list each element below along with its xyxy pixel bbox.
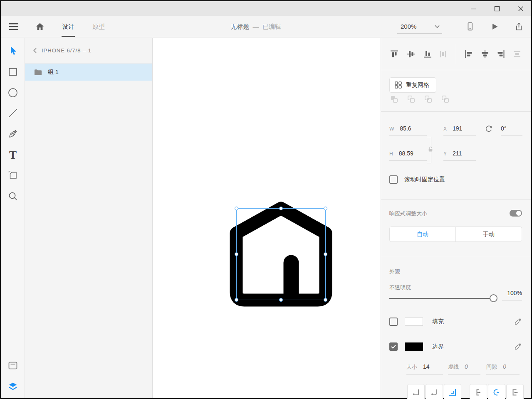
selection-handle-bottom-right[interactable]	[324, 298, 327, 302]
rotation-button[interactable]	[483, 123, 495, 135]
selection-handle-top-center[interactable]	[279, 207, 283, 210]
document-title-text: 无标题	[230, 23, 249, 31]
align-left-button[interactable]	[463, 48, 475, 60]
zoom-level-dropdown[interactable]: 200%	[397, 20, 442, 34]
border-color-swatch[interactable]	[405, 342, 423, 351]
tool-text[interactable]: T	[7, 149, 19, 161]
responsive-auto-button[interactable]: 自动	[390, 227, 456, 241]
selection-bounding-box	[236, 208, 326, 300]
fill-checkbox[interactable]	[389, 318, 398, 326]
selection-handle-bottom-left[interactable]	[235, 298, 238, 302]
folder-icon	[34, 69, 42, 76]
maximize-button[interactable]	[488, 1, 506, 16]
border-eyedropper-icon[interactable]	[514, 342, 522, 351]
tool-pen[interactable]	[7, 128, 19, 140]
align-vertical-center-button[interactable]	[405, 48, 417, 60]
border-cap-round-button[interactable]	[488, 384, 505, 399]
responsive-resize-toggle[interactable]	[510, 210, 522, 217]
tool-select[interactable]	[7, 45, 19, 57]
boolean-add-icon[interactable]	[390, 95, 398, 103]
layers-icon	[8, 382, 18, 392]
border-dash-field[interactable]: 虚线 0	[448, 363, 480, 375]
ellipse-icon	[8, 88, 18, 98]
breadcrumb-label: IPHONE 6/7/8 – 1	[42, 47, 92, 54]
share-button[interactable]	[512, 16, 525, 37]
width-label: W	[389, 126, 394, 132]
height-label: H	[389, 151, 393, 157]
tab-prototype[interactable]: 原型	[89, 16, 108, 37]
fill-row: 填充	[389, 317, 522, 327]
cap-round-icon	[492, 387, 502, 397]
layers-breadcrumb[interactable]: IPHONE 6/7/8 – 1	[25, 38, 152, 64]
align-right-button[interactable]	[495, 48, 507, 60]
opacity-slider-knob[interactable]	[490, 294, 497, 302]
distribute-vertical-icon	[512, 49, 522, 59]
selection-handle-bottom-center[interactable]	[279, 298, 283, 302]
rotation-field[interactable]: 0°	[501, 125, 522, 136]
fill-eyedropper-icon[interactable]	[514, 318, 522, 326]
lock-ratio-icon[interactable]	[428, 146, 433, 154]
border-gap-label: 间隙	[486, 363, 497, 371]
hamburger-icon	[9, 23, 19, 30]
layer-item-group1[interactable]: 组 1	[25, 64, 152, 81]
minimize-button[interactable]	[464, 1, 483, 16]
distribute-horizontal-icon	[438, 49, 448, 59]
tool-artboard[interactable]	[7, 169, 19, 181]
toggle-knob	[516, 211, 521, 216]
responsive-manual-button[interactable]: 手动	[456, 227, 522, 241]
boolean-subtract-icon[interactable]	[407, 95, 415, 103]
border-cap-projecting-button[interactable]	[506, 384, 524, 399]
border-checkbox[interactable]	[389, 342, 398, 351]
border-size-value: 14	[423, 363, 430, 370]
close-icon	[518, 6, 524, 12]
align-top-button[interactable]	[388, 48, 401, 60]
device-preview-button[interactable]	[463, 16, 477, 37]
boolean-exclude-icon[interactable]	[441, 95, 449, 103]
titlebar	[1, 1, 531, 16]
canvas-artboard[interactable]	[153, 38, 381, 398]
width-value: 85.6	[400, 125, 411, 132]
tool-zoom[interactable]	[7, 190, 19, 202]
opacity-slider-track[interactable]	[389, 298, 490, 299]
border-cap-butt-button[interactable]	[470, 384, 487, 399]
tab-design[interactable]: 设计	[59, 16, 77, 37]
y-field[interactable]: Y 211	[443, 150, 476, 161]
align-bottom-button[interactable]	[421, 48, 434, 60]
x-value: 191	[453, 125, 462, 132]
height-field[interactable]: H 88.59	[389, 150, 427, 161]
border-dash-label: 虚线	[448, 363, 459, 371]
height-value: 88.59	[399, 150, 413, 157]
align-horizontal-center-button[interactable]	[479, 48, 491, 60]
fill-color-swatch[interactable]	[405, 318, 423, 326]
border-size-field[interactable]: 大小 14	[406, 363, 443, 375]
distribute-horizontal-button[interactable]	[437, 48, 449, 60]
border-join-bevel-button[interactable]	[444, 384, 461, 399]
assets-panel-button[interactable]	[7, 360, 19, 372]
selection-handle-middle-right[interactable]	[324, 252, 327, 256]
distribute-vertical-button[interactable]	[511, 48, 523, 60]
opacity-field[interactable]: 100%	[502, 290, 522, 300]
boolean-intersect-icon[interactable]	[424, 95, 432, 103]
close-button[interactable]	[512, 1, 530, 16]
selection-handle-top-left[interactable]	[235, 207, 238, 210]
tool-rectangle[interactable]	[7, 66, 19, 78]
home-button[interactable]	[33, 16, 47, 37]
align-bottom-icon	[423, 49, 433, 59]
border-gap-field[interactable]: 间隙 0	[486, 363, 520, 375]
layers-panel-button[interactable]	[7, 381, 19, 392]
width-field[interactable]: W 85.6	[389, 125, 427, 136]
join-bevel-icon	[448, 387, 458, 397]
x-field[interactable]: X 191	[443, 125, 476, 136]
tool-ellipse[interactable]	[7, 87, 19, 99]
artboard-icon	[8, 170, 18, 180]
back-chevron-icon	[33, 48, 37, 53]
hamburger-menu-button[interactable]	[7, 16, 21, 37]
border-join-round-button[interactable]	[426, 384, 443, 399]
preview-play-button[interactable]	[488, 16, 501, 37]
selection-handle-top-right[interactable]	[324, 207, 327, 210]
repeat-grid-button[interactable]: 重复网格	[389, 77, 436, 93]
fixed-on-scroll-checkbox[interactable]	[389, 175, 398, 184]
border-join-miter-button[interactable]	[407, 384, 425, 399]
selection-handle-middle-left[interactable]	[235, 252, 238, 256]
tool-line[interactable]	[7, 107, 19, 119]
